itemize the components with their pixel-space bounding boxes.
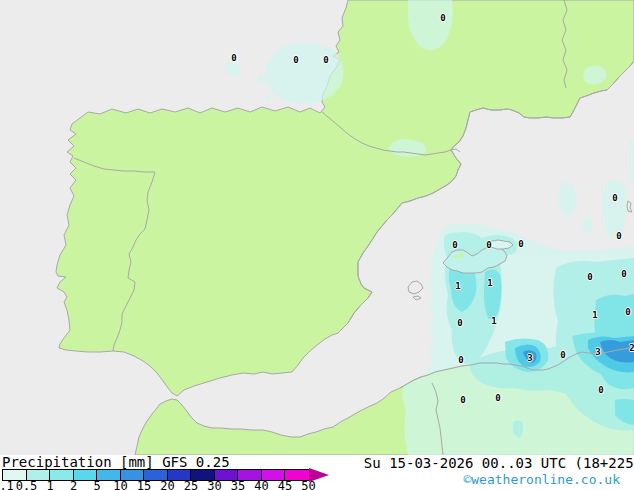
precip-value-marker: 2: [629, 344, 634, 353]
precip-value-marker: 1: [491, 317, 496, 326]
precip-value-marker: 0: [440, 14, 445, 23]
scale-tick-label: 35: [231, 481, 245, 490]
legend-bar: Precipitation [mm] GFS 0.25 0.10.5125101…: [0, 455, 634, 490]
scale-tick-label: 50: [301, 481, 315, 490]
precip-value-marker: 0: [458, 356, 463, 365]
precip-value-marker: 0: [560, 351, 565, 360]
iberia-map-canvas: [0, 0, 634, 455]
legend-title: Precipitation [mm] GFS 0.25: [2, 455, 230, 469]
precipitation-map: 0000000000011011030320000: [0, 0, 634, 455]
precip-value-marker: 0: [460, 396, 465, 405]
weather-map-page: 0000000000011011030320000 Precipitation …: [0, 0, 634, 490]
precip-value-marker: 0: [621, 270, 626, 279]
scale-tick-label: 0.5: [16, 481, 38, 490]
precip-value-marker: 0: [323, 56, 328, 65]
precip-value-marker: 0: [231, 54, 236, 63]
precip-value-marker: 3: [527, 354, 532, 363]
precip-value-marker: 0: [587, 273, 592, 282]
precip-value-marker: 0: [518, 240, 523, 249]
scale-tick-label: 15: [137, 481, 151, 490]
copyright-label: ©weatheronline.co.uk: [463, 473, 620, 486]
precip-value-marker: 0: [495, 394, 500, 403]
precip-value-marker: 1: [592, 311, 597, 320]
precip-value-marker: 0: [457, 319, 462, 328]
scale-tick-label: 10: [113, 481, 127, 490]
scale-tick-label: 20: [160, 481, 174, 490]
precip-value-marker: 3: [595, 348, 600, 357]
scale-tick-label: 45: [278, 481, 292, 490]
scale-tick-label: 0.1: [0, 481, 14, 490]
scale-tick-label: 5: [93, 481, 100, 490]
scale-tick-label: 40: [254, 481, 268, 490]
precip-value-marker: 0: [616, 232, 621, 241]
precip-value-marker: 1: [455, 282, 460, 291]
model-label: GFS 0.25: [162, 454, 229, 470]
valid-time-label: Su 15-03-2026 00..03 UTC (18+225): [364, 456, 634, 470]
color-scale-labels: 0.10.5125101520253035404550: [0, 481, 340, 490]
precip-value-marker: 0: [612, 194, 617, 203]
scale-tick-label: 30: [207, 481, 221, 490]
precip-value-marker: 0: [598, 386, 603, 395]
scale-tick-label: 25: [184, 481, 198, 490]
scale-tick-label: 2: [70, 481, 77, 490]
precip-value-marker: 0: [293, 56, 298, 65]
precip-value-marker: 0: [486, 241, 491, 250]
precip-value-marker: 1: [487, 279, 492, 288]
precip-value-marker: 0: [625, 308, 630, 317]
precip-value-marker: 0: [452, 241, 457, 250]
scale-tick-label: 1: [46, 481, 53, 490]
